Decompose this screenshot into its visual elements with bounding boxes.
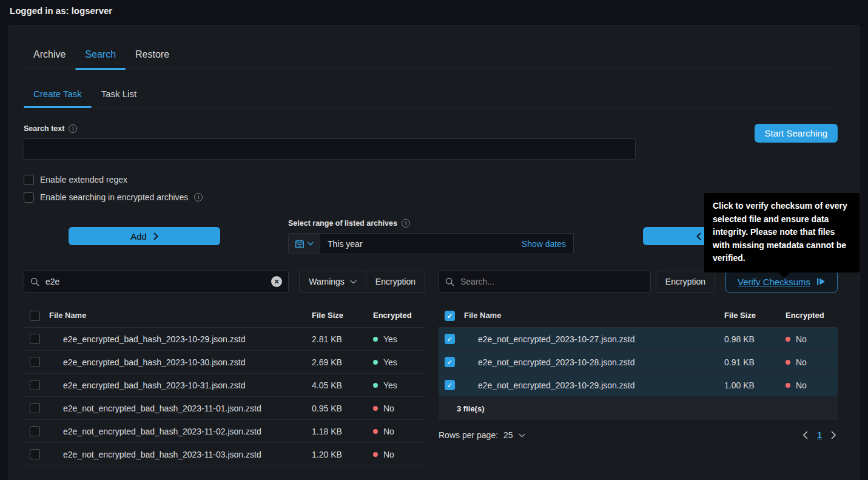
available-files-panel: ✕ Warnings Encryption: [24, 271, 425, 466]
calendar-dropdown-button[interactable]: [289, 234, 320, 254]
encrypted-cell: Yes: [369, 334, 425, 344]
start-searching-button[interactable]: Start Searching: [755, 124, 838, 143]
available-files-table: File Name File Size Encrypted e2e_encryp…: [24, 311, 425, 466]
previous-page-icon[interactable]: [802, 431, 808, 439]
main-tabs: Archive Search Restore: [24, 48, 838, 69]
row-checkbox[interactable]: ✓: [445, 380, 455, 390]
tab-task-list[interactable]: Task List: [92, 87, 146, 107]
search-icon: [445, 277, 454, 286]
verify-play-icon: [816, 277, 826, 286]
encrypted-cell: No: [369, 450, 425, 459]
file-name-cell: e2e_not_encrypted_bad_hash_2023-11-03.js…: [49, 450, 306, 459]
file-size-cell: 0.91 KB: [718, 357, 782, 367]
row-checkbox[interactable]: [30, 403, 40, 413]
column-file-name: File Name: [49, 311, 306, 320]
page-number[interactable]: 1: [817, 430, 822, 440]
tab-search[interactable]: Search: [75, 48, 126, 69]
info-icon[interactable]: i: [402, 219, 410, 228]
status-dot: [373, 360, 378, 365]
file-name-cell: e2e_encrypted_bad_hash_2023-10-29.json.z…: [49, 334, 306, 344]
file-name-cell: e2e_not_encrypted_bad_hash_2023-11-01.js…: [49, 404, 306, 413]
dual-table-area: ✕ Warnings Encryption: [24, 271, 838, 466]
pager: 1: [802, 430, 838, 440]
search-text-input[interactable]: [24, 138, 636, 160]
chevron-down-icon: [519, 433, 525, 438]
range-box: This year Show dates: [288, 233, 574, 254]
encryption-filter-button[interactable]: Encryption: [366, 271, 425, 292]
show-dates-link[interactable]: Show dates: [522, 239, 573, 249]
encryption-filter-button[interactable]: Encryption: [656, 271, 715, 292]
table-row[interactable]: e2e_encrypted_bad_hash_2023-10-30.json.z…: [24, 351, 425, 374]
encrypted-cell: No: [782, 334, 838, 344]
range-label: Select range of listed archives i: [288, 218, 574, 229]
tab-archive[interactable]: Archive: [24, 48, 75, 69]
search-text-label: Search text i: [24, 123, 838, 134]
select-all-checkbox[interactable]: [30, 311, 40, 321]
sub-tabs: Create Task Task List: [24, 87, 838, 107]
top-bar: Logged in as: logserver: [0, 0, 868, 25]
selected-files-panel: Encryption Verify Checksums ✓ File Name …: [439, 271, 838, 466]
search-encrypted-checkbox[interactable]: [24, 192, 34, 203]
clear-search-icon[interactable]: ✕: [271, 276, 282, 287]
available-rows: e2e_encrypted_bad_hash_2023-10-29.json.z…: [24, 328, 425, 466]
file-size-cell: 0.98 KB: [718, 334, 782, 344]
file-count-footer: 3 file(s): [439, 397, 838, 420]
file-size-cell: 0.95 KB: [306, 404, 369, 413]
selected-search-box: [439, 271, 651, 292]
selected-search-input[interactable]: [460, 277, 644, 286]
chevron-down-icon: [350, 280, 357, 284]
file-size-cell: 2.69 KB: [306, 357, 369, 367]
select-all-checkbox[interactable]: ✓: [445, 311, 455, 321]
archive-range-picker: Select range of listed archives i: [288, 218, 574, 254]
file-name-cell: e2e_not_encrypted_2023-10-28.json.zstd: [464, 357, 718, 367]
file-name-cell: e2e_encrypted_bad_hash_2023-10-31.json.z…: [49, 380, 306, 390]
calendar-icon: [295, 239, 304, 249]
info-icon[interactable]: i: [194, 193, 203, 201]
option-extended-regex[interactable]: Enable extended regex: [24, 174, 838, 186]
column-file-size: File Size: [718, 311, 782, 320]
extended-regex-checkbox[interactable]: [24, 175, 34, 185]
warnings-filter-button[interactable]: Warnings: [300, 271, 366, 292]
table-row[interactable]: e2e_not_encrypted_bad_hash_2023-11-02.js…: [24, 420, 425, 443]
encrypted-cell: No: [369, 427, 425, 436]
column-encrypted: Encrypted: [369, 311, 425, 320]
range-value[interactable]: This year: [320, 239, 522, 249]
column-encrypted: Encrypted: [782, 311, 838, 320]
tab-create-task[interactable]: Create Task: [24, 87, 92, 107]
status-dot: [373, 406, 378, 411]
table-row[interactable]: ✓e2e_not_encrypted_2023-10-28.json.zstd0…: [439, 351, 838, 374]
table-row[interactable]: e2e_encrypted_bad_hash_2023-10-31.json.z…: [24, 374, 425, 397]
next-page-icon[interactable]: [831, 431, 836, 439]
tab-restore[interactable]: Restore: [126, 48, 179, 69]
pagination: Rows per page: 25 1: [439, 430, 838, 440]
table-row[interactable]: ✓e2e_not_encrypted_2023-10-27.json.zstd0…: [439, 328, 838, 351]
table-row[interactable]: ✓e2e_not_encrypted_2023-10-29.json.zstd1…: [439, 374, 838, 397]
row-checkbox[interactable]: [30, 357, 40, 367]
chevron-right-icon: [153, 232, 158, 240]
row-checkbox[interactable]: [30, 334, 40, 344]
available-filter-buttons: Warnings Encryption: [299, 271, 425, 292]
row-checkbox[interactable]: [30, 380, 40, 390]
encrypted-cell: No: [782, 380, 838, 390]
column-file-size: File Size: [306, 311, 369, 320]
file-name-cell: e2e_not_encrypted_2023-10-27.json.zstd: [464, 334, 718, 344]
table-row[interactable]: e2e_not_encrypted_bad_hash_2023-11-01.js…: [24, 397, 425, 420]
row-checkbox[interactable]: [30, 449, 40, 459]
file-size-cell: 1.18 KB: [306, 427, 369, 436]
rows-per-page-select[interactable]: Rows per page: 25: [439, 430, 525, 440]
chevron-left-icon: [696, 232, 701, 240]
available-search-input[interactable]: [45, 277, 265, 286]
add-button[interactable]: Add: [69, 227, 220, 245]
chevron-down-icon: [308, 242, 314, 246]
table-row[interactable]: e2e_encrypted_bad_hash_2023-10-29.json.z…: [24, 328, 425, 351]
row-checkbox[interactable]: ✓: [445, 357, 455, 367]
file-size-cell: 4.05 KB: [306, 380, 369, 390]
row-checkbox[interactable]: [30, 426, 40, 436]
row-checkbox[interactable]: ✓: [445, 334, 455, 344]
column-file-name: File Name: [464, 311, 718, 320]
table-row[interactable]: e2e_not_encrypted_bad_hash_2023-11-03.js…: [24, 443, 425, 466]
info-icon[interactable]: i: [69, 124, 77, 133]
selected-encryption-filter: Encryption: [656, 271, 715, 292]
selected-rows: ✓e2e_not_encrypted_2023-10-27.json.zstd0…: [439, 328, 838, 397]
file-name-cell: e2e_encrypted_bad_hash_2023-10-30.json.z…: [49, 357, 306, 367]
